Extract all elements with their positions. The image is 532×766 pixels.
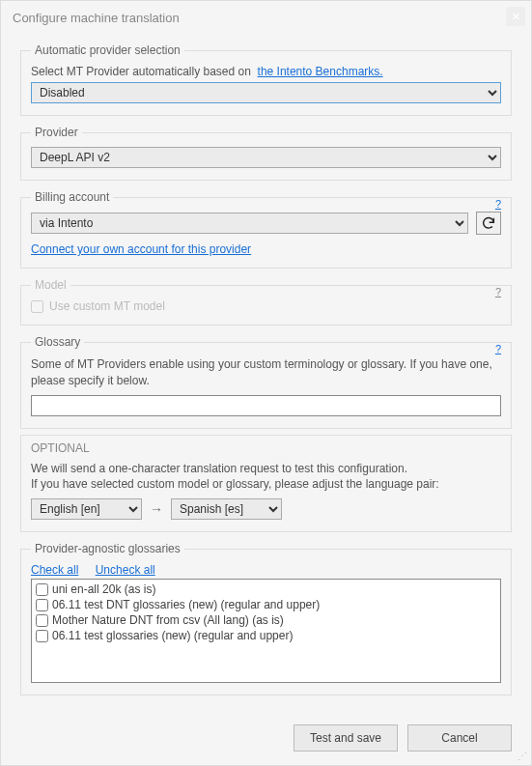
provider-select[interactable]: DeepL API v2 <box>31 147 501 168</box>
glossary-input[interactable] <box>31 395 501 416</box>
glossary-checkbox[interactable] <box>36 614 48 627</box>
glossary-item-label: uni en-all 20k (as is) <box>52 582 155 596</box>
billing-help-icon[interactable]: ? <box>493 198 503 210</box>
list-item[interactable]: 06.11 test glossaries (new) (regular and… <box>34 628 498 643</box>
check-all-link[interactable]: Check all <box>31 563 78 577</box>
billing-section: Billing account ? via Intento Connect yo… <box>20 190 512 269</box>
button-row: Test and save Cancel <box>1 707 531 765</box>
agnostic-legend: Provider-agnostic glossaries <box>31 542 184 555</box>
list-item[interactable]: Mother Nature DNT from csv (All lang) (a… <box>34 612 498 628</box>
billing-legend: Billing account <box>31 190 113 204</box>
glossary-help-icon[interactable]: ? <box>493 343 503 355</box>
auto-label-row: Select MT Provider automatically based o… <box>31 65 501 78</box>
source-lang-select[interactable]: English [en] <box>31 498 142 520</box>
glossary-list[interactable]: uni en-all 20k (as is) 06.11 test DNT gl… <box>31 579 501 683</box>
optional-line2: If you have selected custom model or glo… <box>31 476 501 493</box>
dialog: Configure machine translation ✕ Automati… <box>0 0 532 766</box>
auto-provider-select[interactable]: Disabled <box>31 82 501 103</box>
auto-label: Select MT Provider automatically based o… <box>31 65 251 78</box>
provider-legend: Provider <box>31 126 82 139</box>
connect-account-link[interactable]: Connect your own account for this provid… <box>31 242 251 256</box>
glossary-description: Some of MT Providers enable using your c… <box>31 356 501 389</box>
custom-model-label: Use custom MT model <box>49 299 165 313</box>
glossary-section: Glossary ? Some of MT Providers enable u… <box>20 335 512 429</box>
optional-line1: We will send a one-character translation… <box>31 461 501 477</box>
arrow-icon: → <box>150 501 163 517</box>
glossary-checkbox[interactable] <box>36 630 48 642</box>
test-save-button[interactable]: Test and save <box>294 724 398 752</box>
intento-benchmarks-link[interactable]: the Intento Benchmarks. <box>258 65 383 78</box>
list-item[interactable]: 06.11 test DNT glossaries (new) (regular… <box>34 597 498 612</box>
refresh-icon <box>481 215 496 231</box>
model-help-icon[interactable]: ? <box>493 286 503 298</box>
auto-legend: Automatic provider selection <box>31 43 184 57</box>
content: Automatic provider selection Select MT P… <box>1 34 531 707</box>
list-item[interactable]: uni en-all 20k (as is) <box>34 582 498 597</box>
titlebar: Configure machine translation ✕ <box>1 1 531 34</box>
cancel-button[interactable]: Cancel <box>407 724 512 752</box>
close-icon: ✕ <box>512 11 520 23</box>
target-lang-select[interactable]: Spanish [es] <box>171 498 282 520</box>
close-button[interactable]: ✕ <box>506 7 525 26</box>
auto-provider-section: Automatic provider selection Select MT P… <box>20 43 512 116</box>
glossary-checkbox[interactable] <box>36 599 48 611</box>
model-section: Model ? Use custom MT model <box>20 278 512 326</box>
agnostic-glossaries-section: Provider-agnostic glossaries Check all U… <box>20 542 512 695</box>
uncheck-all-link[interactable]: Uncheck all <box>96 563 155 577</box>
optional-section: OPTIONAL We will send a one-character tr… <box>20 435 512 533</box>
provider-section: Provider DeepL API v2 <box>20 126 512 181</box>
glossary-item-label: Mother Nature DNT from csv (All lang) (a… <box>52 613 284 627</box>
resize-grip[interactable]: ⋰ <box>518 752 529 763</box>
model-legend: Model <box>31 278 70 292</box>
refresh-button[interactable] <box>476 212 501 235</box>
glossary-item-label: 06.11 test DNT glossaries (new) (regular… <box>52 598 320 611</box>
optional-title: OPTIONAL <box>31 441 501 455</box>
custom-model-checkbox <box>31 300 43 313</box>
glossary-item-label: 06.11 test glossaries (new) (regular and… <box>52 629 293 642</box>
glossary-checkbox[interactable] <box>36 583 48 596</box>
dialog-title: Configure machine translation <box>13 11 180 25</box>
billing-select[interactable]: via Intento <box>31 213 468 234</box>
glossary-legend: Glossary <box>31 335 84 349</box>
